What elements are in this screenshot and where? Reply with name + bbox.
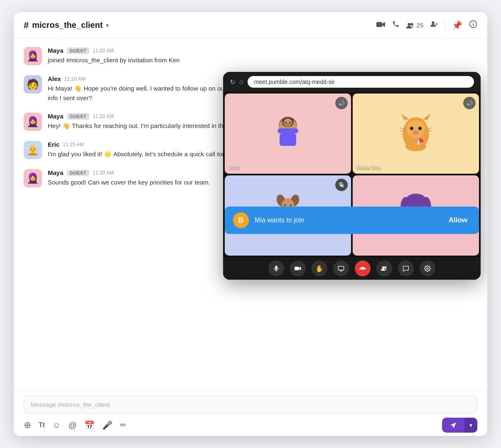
svg-point-3: [432, 21, 435, 24]
svg-point-19: [289, 122, 291, 123]
mic-icon[interactable]: 🎤: [102, 420, 113, 430]
url-text: meet.pumble.com/atq-medd-sir: [254, 79, 335, 85]
participants-btn[interactable]: [376, 261, 392, 276]
sender-name: Alex: [48, 75, 61, 82]
avatar: 🧕: [24, 47, 42, 65]
app-window: # micros_the_client ▾ 25 📌: [14, 12, 487, 436]
members-count[interactable]: 25: [406, 22, 423, 29]
end-call-btn[interactable]: [355, 261, 371, 276]
sender-name: Maya: [48, 47, 64, 54]
mute-indicator-john[interactable]: 🔊: [335, 97, 348, 109]
message-text: joined #micros_the_client by invitation …: [48, 56, 477, 65]
hash-icon: #: [24, 20, 29, 31]
join-avatar-letter: B: [238, 216, 244, 225]
sender-name: Maya: [48, 113, 64, 120]
svg-rect-56: [295, 267, 299, 271]
mute-indicator-meow[interactable]: 🔊: [463, 97, 476, 109]
svg-point-18: [285, 122, 287, 123]
sender-name: Maya: [48, 169, 64, 176]
avatar: 🧑‍🦲: [24, 141, 42, 159]
svg-point-25: [407, 120, 425, 138]
header-left: # micros_the_client ▾: [24, 20, 109, 31]
video-control-btn[interactable]: [290, 261, 306, 276]
chat-btn[interactable]: [398, 261, 414, 276]
send-button-group: ▾: [442, 418, 477, 433]
svg-point-2: [410, 23, 413, 26]
guest-badge: GUEST: [67, 47, 89, 54]
svg-point-60: [382, 266, 384, 268]
members-count-label: 25: [416, 22, 423, 29]
svg-point-1: [408, 23, 411, 26]
browser-bar: ↻ ⌂ meet.pumble.com/atq-medd-sir: [223, 72, 481, 92]
guest-badge: GUEST: [67, 113, 89, 120]
join-text: Mia wants to join: [255, 217, 440, 224]
participant-name-john: John: [229, 165, 240, 170]
mention-icon[interactable]: @: [69, 421, 77, 430]
call-controls: ✋: [223, 257, 481, 280]
join-avatar: B: [233, 212, 249, 228]
svg-point-28: [413, 130, 419, 135]
avatar: 🧕: [24, 113, 42, 131]
avatar: 🧑: [24, 75, 42, 94]
phone-icon[interactable]: [392, 20, 400, 30]
header-divider: [445, 20, 445, 30]
svg-point-42: [290, 204, 292, 206]
messages-area: 🧕 Maya GUEST 11:00 AM joined #micros_the…: [14, 39, 487, 390]
channel-name: micros_the_client: [32, 20, 103, 30]
svg-marker-24: [422, 113, 431, 120]
message-content: Maya GUEST 11:00 AM joined #micros_the_c…: [48, 47, 477, 65]
info-icon[interactable]: [469, 20, 477, 30]
allow-button[interactable]: Allow: [445, 214, 471, 226]
mute-indicator-unknown[interactable]: [335, 179, 348, 191]
channel-header: # micros_the_client ▾ 25 📌: [14, 12, 487, 39]
pin-icon[interactable]: 📌: [452, 20, 462, 30]
header-right: 25 📌: [376, 20, 477, 30]
timestamp: 11:00 AM: [93, 48, 114, 54]
timestamp: 11:25 AM: [63, 142, 84, 148]
home-icon[interactable]: ⌂: [239, 78, 243, 86]
text-format-icon[interactable]: Tt: [39, 421, 45, 429]
svg-point-20: [286, 123, 290, 126]
svg-point-26: [410, 127, 413, 130]
add-member-icon[interactable]: [430, 20, 438, 30]
add-icon[interactable]: ⊕: [24, 420, 31, 431]
sender-name: Eric: [48, 141, 59, 148]
svg-rect-13: [278, 128, 298, 133]
svg-rect-14: [280, 133, 296, 146]
send-button[interactable]: [442, 418, 464, 433]
video-cell-meow: 🔊 Meow Doe: [353, 94, 479, 174]
chevron-down-icon[interactable]: ▾: [106, 22, 109, 29]
svg-marker-23: [401, 113, 409, 120]
emoji-icon[interactable]: ☺: [52, 421, 61, 430]
compose-icon[interactable]: ✏: [120, 421, 126, 430]
input-area: Message #micros_the_client ⊕ Tt ☺ @ 📅 🎤 …: [14, 390, 487, 436]
toolbar-row: ⊕ Tt ☺ @ 📅 🎤 ✏ ▾: [24, 418, 477, 433]
participant-name-meow: Meow Doe: [357, 165, 381, 170]
message-input-placeholder[interactable]: Message #micros_the_client: [24, 396, 477, 414]
svg-point-34: [405, 141, 426, 151]
url-bar[interactable]: meet.pumble.com/atq-medd-sir: [248, 76, 474, 88]
svg-rect-57: [338, 266, 344, 270]
message-meta: Maya GUEST 11:00 AM: [48, 47, 477, 54]
svg-rect-0: [376, 22, 382, 27]
hand-control-btn[interactable]: ✋: [312, 261, 327, 276]
timestamp: 11:20 AM: [93, 113, 114, 119]
join-notification: B Mia wants to join Allow: [225, 207, 479, 234]
send-dropdown-button[interactable]: ▾: [464, 418, 477, 433]
svg-point-8: [473, 22, 474, 23]
calendar-icon[interactable]: 📅: [84, 420, 95, 430]
settings-btn[interactable]: [420, 261, 435, 276]
video-avatar-meow: [353, 94, 479, 174]
table-row: 🧕 Maya GUEST 11:00 AM joined #micros_the…: [24, 47, 477, 65]
avatar: 🧕: [24, 169, 42, 187]
video-icon[interactable]: [376, 20, 386, 30]
screen-share-btn[interactable]: [333, 261, 349, 276]
svg-rect-35: [418, 139, 419, 145]
timestamp: 11:10 AM: [64, 76, 86, 82]
mic-control-btn[interactable]: [268, 261, 284, 276]
guest-badge: GUEST: [67, 170, 89, 176]
svg-point-62: [427, 268, 428, 269]
svg-point-61: [384, 266, 386, 268]
video-call-overlay: ↻ ⌂ meet.pumble.com/atq-medd-sir: [223, 72, 481, 280]
refresh-icon[interactable]: ↻: [230, 78, 235, 86]
